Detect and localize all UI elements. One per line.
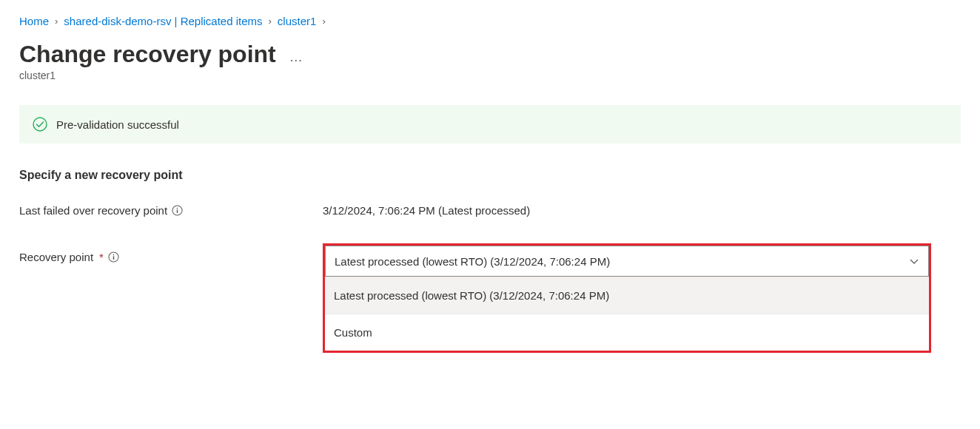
dropdown-options-list: Latest processed (lowest RTO) (3/12/2024… bbox=[325, 277, 929, 351]
success-check-icon bbox=[33, 117, 47, 132]
recovery-point-label: Recovery point * bbox=[19, 243, 323, 263]
notification-text: Pre-validation successful bbox=[56, 118, 179, 131]
info-icon[interactable] bbox=[172, 205, 183, 216]
recovery-point-dropdown[interactable]: Latest processed (lowest RTO) (3/12/2024… bbox=[323, 243, 931, 353]
recovery-point-row: Recovery point * Latest processed (lowes… bbox=[19, 243, 961, 353]
last-failed-row: Last failed over recovery point 3/12/202… bbox=[19, 204, 961, 217]
breadcrumb: Home › shared-disk-demo-rsv | Replicated… bbox=[19, 15, 961, 27]
chevron-down-icon bbox=[909, 256, 919, 266]
breadcrumb-cluster[interactable]: cluster1 bbox=[278, 15, 317, 27]
required-indicator: * bbox=[99, 251, 104, 263]
recovery-point-label-text: Recovery point bbox=[19, 251, 93, 263]
svg-rect-6 bbox=[113, 256, 115, 260]
chevron-right-icon: › bbox=[55, 16, 58, 27]
last-failed-label-text: Last failed over recovery point bbox=[19, 204, 167, 217]
svg-point-5 bbox=[113, 254, 115, 256]
chevron-right-icon: › bbox=[322, 16, 325, 27]
dropdown-selected-text: Latest processed (lowest RTO) (3/12/2024… bbox=[335, 255, 610, 268]
page-subtitle: cluster1 bbox=[19, 70, 961, 81]
more-actions-button[interactable]: … bbox=[289, 50, 303, 65]
breadcrumb-replicated-items[interactable]: shared-disk-demo-rsv | Replicated items bbox=[64, 15, 262, 27]
dropdown-option[interactable]: Custom bbox=[325, 314, 929, 351]
breadcrumb-home[interactable]: Home bbox=[19, 15, 49, 27]
svg-rect-3 bbox=[177, 209, 178, 213]
last-failed-label: Last failed over recovery point bbox=[19, 204, 323, 217]
chevron-right-icon: › bbox=[269, 16, 272, 27]
page-title: Change recovery point bbox=[19, 41, 276, 68]
success-notification: Pre-validation successful bbox=[19, 105, 961, 143]
section-header: Specify a new recovery point bbox=[19, 169, 961, 182]
svg-point-0 bbox=[33, 118, 47, 131]
page-title-row: Change recovery point … bbox=[19, 41, 961, 68]
info-icon[interactable] bbox=[108, 251, 119, 263]
svg-point-2 bbox=[177, 208, 178, 209]
last-failed-value: 3/12/2024, 7:06:24 PM (Latest processed) bbox=[323, 204, 961, 217]
dropdown-selected[interactable]: Latest processed (lowest RTO) (3/12/2024… bbox=[325, 246, 929, 277]
dropdown-option[interactable]: Latest processed (lowest RTO) (3/12/2024… bbox=[325, 277, 929, 314]
